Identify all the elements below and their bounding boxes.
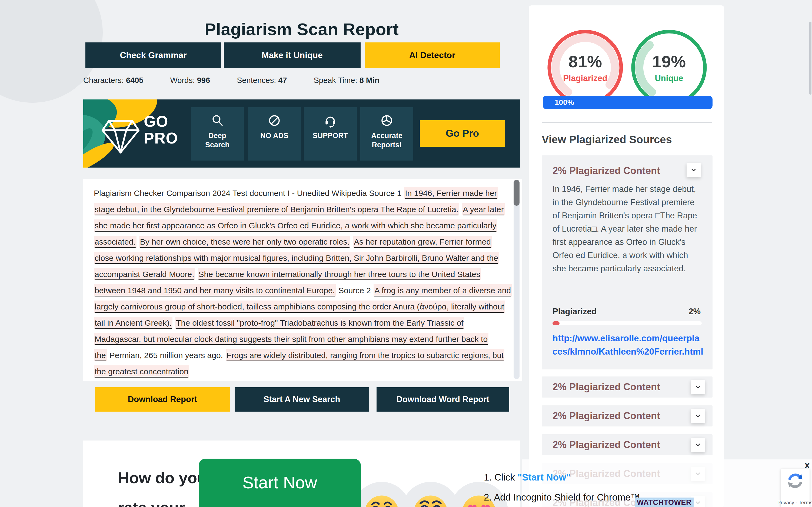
- chevron-down-icon: [694, 384, 701, 391]
- diamond-icon: [100, 117, 142, 155]
- stat-label: Words:: [170, 76, 195, 84]
- document-scrollbar-thumb[interactable]: [513, 180, 520, 206]
- document-segment: Source 2: [338, 286, 371, 295]
- source-card-title: 2% Plagiarized Content: [552, 381, 660, 393]
- stat-value: 6405: [126, 76, 144, 84]
- expand-source-button[interactable]: [691, 438, 705, 452]
- start-now-button[interactable]: Start Now: [199, 459, 361, 507]
- source-card-title: 2% Plagiarized Content: [552, 410, 660, 421]
- document-segment: Permian, 265 million years ago.: [109, 351, 223, 360]
- feature-label: Accurate Reports!: [371, 131, 402, 150]
- go-pro-button[interactable]: Go Pro: [420, 120, 505, 147]
- unique-percent: 19%: [630, 52, 708, 71]
- expand-source-button[interactable]: [691, 380, 705, 394]
- stat-item: Speak Time:8 Min: [314, 76, 380, 85]
- source-metric-value: 2%: [689, 307, 701, 317]
- rating-question-line2: rate your: [118, 498, 185, 507]
- stat-label: Sentences:: [237, 76, 276, 84]
- excited-emoji-icon: [362, 492, 402, 507]
- pie-chart-icon: [380, 113, 393, 128]
- go-pro-brand: GO PRO: [144, 113, 178, 147]
- feature-deep-search: Deep Search: [191, 107, 244, 161]
- feature-label: NO ADS: [260, 131, 288, 140]
- start-new-search-button[interactable]: Start A New Search: [235, 387, 369, 411]
- recaptcha-privacy-terms[interactable]: Privacy - Terms: [771, 500, 812, 506]
- source-metric-label: Plagiarized: [552, 307, 597, 317]
- scan-progress-bar: 100%: [543, 96, 712, 109]
- recaptcha-icon: [787, 472, 804, 490]
- feature-label: Deep Search: [205, 131, 229, 150]
- feature-accurate-reports: Accurate Reports!: [360, 107, 413, 161]
- window-scrollbar-thumb[interactable]: [809, 21, 811, 95]
- source-metric-bar: [552, 321, 702, 325]
- feature-no-ads: NO ADS: [248, 107, 301, 161]
- stat-item: Characters:6405: [83, 76, 143, 85]
- sources-title: View Plagiarized Sources: [542, 133, 672, 146]
- ad-instruction-step2: 2. Add Incognito Shield for Chrome™: [484, 492, 640, 503]
- sidebar-divider: [542, 122, 712, 123]
- page-title: Plagiarism Scan Report: [83, 19, 520, 39]
- headset-icon: [323, 113, 337, 128]
- unique-label: Unique: [630, 73, 708, 83]
- chevron-down-icon: [694, 441, 701, 448]
- stat-item: Sentences:47: [237, 76, 287, 85]
- source-excerpt: In 1946, Ferrier made her stage debut, i…: [552, 182, 703, 301]
- stat-value: 47: [278, 76, 287, 84]
- watchtower-logo: WATCHTOWER: [635, 498, 694, 507]
- results-sidebar: 81% Plagiarized 19% Unique 100% View Pla…: [529, 5, 724, 507]
- download-report-button[interactable]: Download Report: [95, 387, 230, 411]
- document-text: Plagiarism Checker Comparison 2024 Test …: [93, 185, 512, 380]
- plagiarized-label: Plagiarized: [546, 73, 625, 83]
- stat-item: Words:996: [170, 76, 210, 85]
- ai-detector-button[interactable]: AI Detector: [365, 43, 500, 68]
- source-card-collapsed[interactable]: 2% Plagiarized Content: [542, 377, 712, 398]
- chevron-down-icon: [694, 412, 701, 419]
- no-ads-icon: [268, 113, 281, 128]
- source-metric-bar-fill: [552, 321, 559, 325]
- check-grammar-button[interactable]: Check Grammar: [86, 43, 221, 68]
- plagiarized-percent: 81%: [546, 52, 625, 71]
- document-panel: Plagiarism Checker Comparison 2024 Test …: [83, 179, 522, 381]
- feature-support: SUPPORT: [304, 107, 357, 161]
- step1-prefix: 1. Click: [484, 472, 518, 483]
- search-icon: [211, 113, 224, 128]
- source-card-title: 2% Plagiarized Content: [552, 165, 660, 176]
- go-pro-banner: GO PRO Deep Search NO ADS SUPPORT Accura…: [83, 100, 520, 168]
- document-segment: Plagiarism Checker Comparison 2024 Test …: [94, 189, 401, 198]
- document-scrollbar[interactable]: [513, 180, 520, 379]
- source-card-collapsed[interactable]: 2% Plagiarized Content: [542, 405, 712, 427]
- stat-value: 8 Min: [360, 76, 380, 84]
- rating-emoji-excited[interactable]: [353, 482, 411, 507]
- source-card-title: 2% Plagiarized Content: [552, 439, 660, 451]
- source-card-collapsed[interactable]: 2% Plagiarized Content: [542, 434, 712, 455]
- stat-label: Speak Time:: [314, 76, 357, 84]
- document-segment: By her own choice, these were her only t…: [139, 236, 350, 248]
- step1-start-now-link[interactable]: "Start Now": [518, 472, 571, 483]
- source-url-link[interactable]: http://www.elisarolle.com/queerplaces/kl…: [552, 332, 704, 358]
- ad-instruction-step1: 1. Click "Start Now": [484, 472, 571, 483]
- start-now-label: Start Now: [199, 473, 361, 492]
- chevron-down-icon: [690, 166, 697, 173]
- stat-value: 996: [197, 76, 210, 84]
- feature-label: SUPPORT: [313, 131, 348, 140]
- make-it-unique-button[interactable]: Make it Unique: [224, 43, 361, 68]
- astonished-emoji-icon: [410, 492, 451, 507]
- source-card-expanded: 2% Plagiarized Content In 1946, Ferrier …: [542, 155, 712, 370]
- document-stats: Characters:6405Words:996Sentences:47Spea…: [83, 76, 380, 85]
- collapse-source-button[interactable]: [687, 163, 701, 177]
- rating-question-line1: How do you: [118, 469, 207, 487]
- stat-label: Characters:: [83, 76, 124, 84]
- recaptcha-badge[interactable]: Privacy - Terms: [781, 469, 810, 507]
- download-word-report-button[interactable]: Download Word Report: [377, 387, 509, 411]
- expand-source-button[interactable]: [691, 409, 705, 423]
